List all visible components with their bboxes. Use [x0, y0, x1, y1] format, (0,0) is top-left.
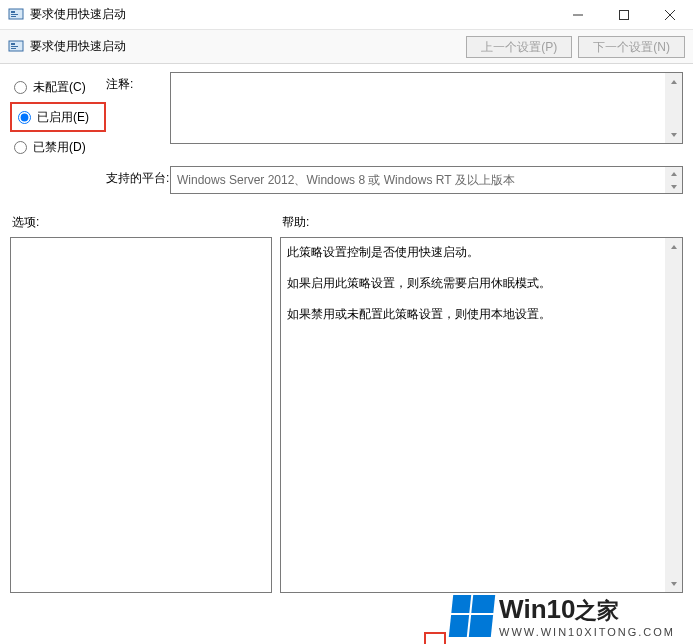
watermark-suffix: 之家: [575, 598, 619, 623]
windows-logo-icon: [449, 595, 495, 637]
radio-enabled[interactable]: 已启用(E): [14, 104, 102, 130]
scroll-up-icon[interactable]: [665, 167, 682, 180]
scroll-down-icon[interactable]: [665, 575, 682, 592]
toolbar-title: 要求使用快速启动: [30, 38, 460, 55]
minimize-button[interactable]: [555, 0, 601, 30]
comment-textarea[interactable]: [170, 72, 683, 144]
svg-marker-14: [671, 172, 677, 176]
svg-rect-10: [11, 46, 18, 47]
window-title: 要求使用快速启动: [30, 6, 555, 23]
svg-marker-12: [671, 80, 677, 84]
radio-not-configured-label: 未配置(C): [33, 79, 86, 96]
radio-disabled-input[interactable]: [14, 141, 27, 154]
comment-scrollbar[interactable]: [665, 73, 682, 143]
toolbar: 要求使用快速启动 上一个设置(P) 下一个设置(N): [0, 30, 693, 64]
window-titlebar: 要求使用快速启动: [0, 0, 693, 30]
options-label: 选项:: [12, 214, 282, 231]
policy-icon: [8, 7, 24, 23]
help-scrollbar[interactable]: [665, 238, 682, 592]
radio-not-configured[interactable]: 未配置(C): [10, 74, 106, 100]
svg-rect-11: [11, 48, 16, 49]
radio-disabled[interactable]: 已禁用(D): [10, 134, 106, 160]
help-label: 帮助:: [282, 214, 681, 231]
scroll-up-icon[interactable]: [665, 238, 682, 255]
close-button[interactable]: [647, 0, 693, 30]
svg-marker-15: [671, 185, 677, 189]
maximize-button[interactable]: [601, 0, 647, 30]
help-paragraph: 如果启用此策略设置，则系统需要启用休眠模式。: [287, 275, 660, 292]
radio-enabled-label: 已启用(E): [37, 109, 89, 126]
platforms-value: Windows Server 2012、Windows 8 或 Windows …: [177, 172, 515, 189]
window-controls: [555, 0, 693, 29]
policy-icon: [8, 39, 24, 55]
content-area: 未配置(C) 已启用(E) 已禁用(D) 注释: 支持的平: [0, 64, 693, 593]
scroll-down-icon[interactable]: [665, 126, 682, 143]
highlight-fragment: [424, 632, 446, 644]
state-radio-group: 未配置(C) 已启用(E) 已禁用(D): [10, 72, 106, 160]
svg-marker-16: [671, 245, 677, 249]
svg-rect-5: [620, 11, 629, 20]
watermark: Win10之家 WWW.WIN10XITONG.COM: [451, 594, 675, 638]
svg-rect-3: [11, 16, 16, 17]
svg-marker-17: [671, 582, 677, 586]
svg-rect-1: [11, 11, 15, 13]
previous-setting-button[interactable]: 上一个设置(P): [466, 36, 572, 58]
watermark-url: WWW.WIN10XITONG.COM: [499, 626, 675, 638]
help-paragraph: 此策略设置控制是否使用快速启动。: [287, 244, 660, 261]
scroll-down-icon[interactable]: [665, 180, 682, 193]
highlight-enabled: 已启用(E): [10, 102, 106, 132]
help-panel: 此策略设置控制是否使用快速启动。 如果启用此策略设置，则系统需要启用休眠模式。 …: [280, 237, 683, 593]
options-help-header: 选项: 帮助:: [10, 214, 683, 231]
platforms-scrollbar[interactable]: [665, 167, 682, 193]
svg-marker-13: [671, 133, 677, 137]
comment-label: 注释:: [106, 72, 170, 93]
radio-disabled-label: 已禁用(D): [33, 139, 86, 156]
next-setting-button[interactable]: 下一个设置(N): [578, 36, 685, 58]
scroll-up-icon[interactable]: [665, 73, 682, 90]
svg-rect-2: [11, 14, 18, 15]
supported-platforms-box: Windows Server 2012、Windows 8 或 Windows …: [170, 166, 683, 194]
watermark-main: Win10: [499, 594, 575, 624]
platforms-label: 支持的平台:: [106, 166, 170, 187]
svg-rect-9: [11, 43, 15, 45]
radio-enabled-input[interactable]: [18, 111, 31, 124]
options-panel: [10, 237, 272, 593]
radio-not-configured-input[interactable]: [14, 81, 27, 94]
help-paragraph: 如果禁用或未配置此策略设置，则使用本地设置。: [287, 306, 660, 323]
options-help-body: 此策略设置控制是否使用快速启动。 如果启用此策略设置，则系统需要启用休眠模式。 …: [10, 237, 683, 593]
